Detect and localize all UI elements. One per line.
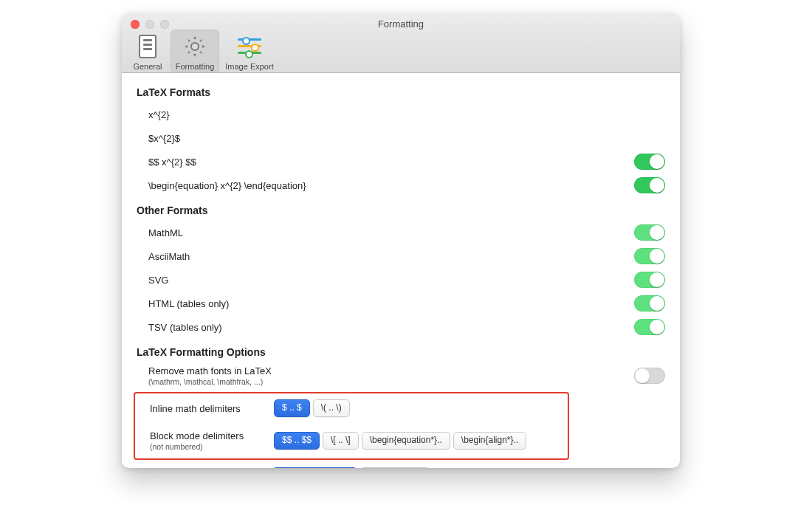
label: x^{2} [148, 109, 665, 120]
label: Block mode delimiters [148, 466, 272, 468]
opt-block-bracket[interactable]: \[ .. \] [323, 432, 359, 450]
row-inline-delim: Inline math delimiters $ .. $ \( .. \) [138, 396, 565, 420]
document-icon [139, 35, 156, 58]
window-title: Formatting [122, 18, 680, 30]
tab-formatting[interactable]: Formatting [171, 30, 219, 72]
toggle-svg[interactable] [634, 272, 665, 288]
sublabel: (\mathrm, \mathcal, \mathfrak, ...) [148, 377, 333, 386]
opt-block-dollar[interactable]: $$ .. $$ [274, 432, 320, 450]
section-latex-formats: LaTeX Formats [137, 86, 665, 98]
toggle-double-dollar[interactable] [634, 154, 665, 170]
label: HTML (tables only) [148, 298, 429, 309]
section-latex-options: LaTeX Formatting Options [137, 346, 665, 358]
seg-inline-delim: $ .. $ \( .. \) [274, 399, 350, 417]
row-latex-plain: x^{2} [137, 103, 665, 126]
tab-image-export[interactable]: Image Export [221, 30, 278, 72]
row-html: HTML (tables only) [137, 292, 665, 315]
label: Inline math delimiters [150, 403, 274, 414]
label: $$ x^{2} $$ [148, 156, 333, 168]
row-mathml: MathML [137, 221, 665, 244]
row-remove-fonts: Remove math fonts in LaTeX (\mathrm, \ma… [137, 362, 665, 389]
seg-block-numbered: \begin{equation}.. \begin{align}.. [272, 467, 430, 468]
opt-inline-dollar[interactable]: $ .. $ [274, 399, 310, 417]
row-latex-dollar: $x^{2}$ [137, 126, 665, 150]
row-svg: SVG [137, 268, 665, 292]
titlebar: Formatting General Formatting [122, 13, 680, 73]
opt-block-alignstar[interactable]: \begin{align*}.. [453, 432, 526, 450]
gear-icon [183, 35, 207, 58]
tab-general[interactable]: General [126, 30, 169, 72]
label: SVG [148, 275, 429, 286]
toggle-html[interactable] [634, 295, 665, 312]
svg-point-0 [191, 43, 199, 50]
toggle-tsv[interactable] [634, 319, 665, 335]
row-latex-equation: \begin{equation} x^{2} \end{equation} [137, 173, 665, 197]
row-tsv: TSV (tables only) [137, 315, 665, 339]
seg-block-unnumbered: $$ .. $$ \[ .. \] \begin{equation*}.. \b… [274, 432, 526, 450]
row-block-unnumbered: Block mode delimiters (not numbered) $$ … [138, 427, 565, 454]
toggle-asciimath[interactable] [634, 248, 665, 264]
row-block-numbered: Block mode delimiters (numbered) \begin{… [137, 463, 665, 468]
label: $x^{2}$ [148, 133, 665, 144]
opt-block-equation[interactable]: \begin{equation}.. [272, 467, 357, 468]
opt-block-eqstar[interactable]: \begin{equation*}.. [362, 432, 450, 450]
label: Remove math fonts in LaTeX [148, 365, 333, 376]
preferences-window: Formatting General Formatting [122, 13, 680, 468]
label: TSV (tables only) [148, 322, 429, 333]
toggle-mathml[interactable] [634, 224, 665, 241]
section-other-formats: Other Formats [137, 204, 665, 216]
toggle-remove-fonts[interactable] [634, 368, 665, 384]
sublabel: (not numbered) [150, 442, 274, 451]
label: \begin{equation} x^{2} \end{equation} [148, 180, 377, 191]
opt-inline-paren[interactable]: \( .. \) [313, 399, 350, 417]
opt-block-align[interactable]: \begin{align}.. [360, 467, 430, 468]
row-latex-double-dollar: $$ x^{2} $$ [137, 150, 665, 173]
row-asciimath: AsciiMath [137, 244, 665, 268]
highlight-annotation: Inline math delimiters $ .. $ \( .. \) B… [134, 392, 569, 460]
label: Block mode delimiters [150, 430, 274, 441]
content-area: LaTeX Formats x^{2} $x^{2}$ $$ x^{2} $$ … [122, 73, 680, 468]
label: AsciiMath [148, 251, 429, 262]
toggle-equation-env[interactable] [634, 177, 665, 193]
toolbar: General Formatting [126, 30, 278, 72]
sliders-icon [238, 37, 261, 56]
label: MathML [148, 227, 429, 238]
